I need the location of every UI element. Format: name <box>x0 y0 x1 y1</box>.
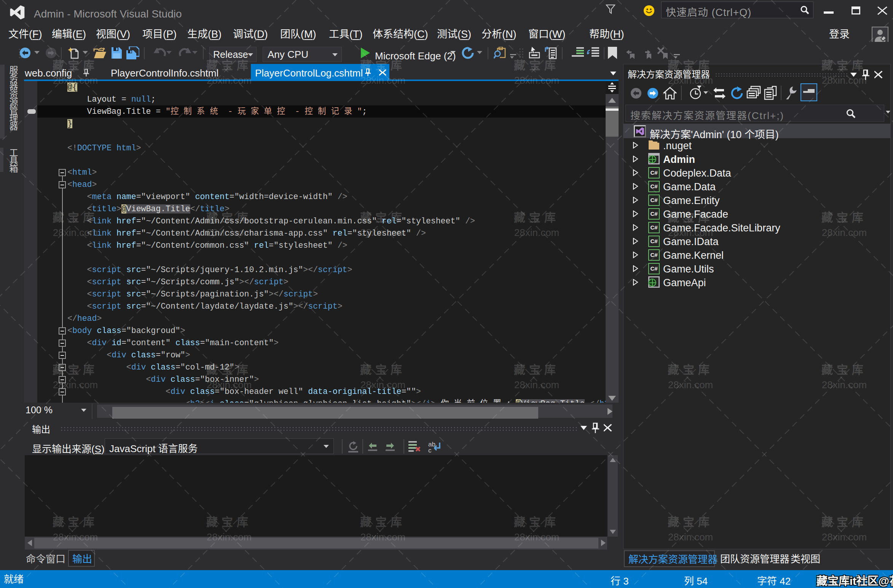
svg-text:c: c <box>428 447 432 453</box>
